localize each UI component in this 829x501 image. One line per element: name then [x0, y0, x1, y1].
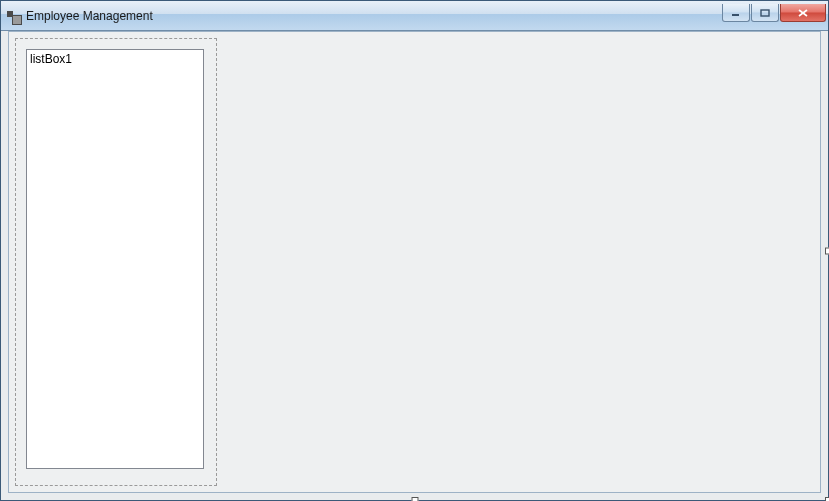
resize-handle-bottom-right[interactable] — [825, 497, 829, 501]
svg-rect-1 — [761, 10, 769, 16]
maximize-button[interactable] — [751, 4, 779, 22]
left-panel[interactable]: listBox1 — [15, 38, 217, 486]
employee-listbox[interactable]: listBox1 — [26, 49, 204, 469]
minimize-icon — [731, 9, 741, 17]
close-icon — [797, 9, 809, 17]
form-client-area: listBox1 — [8, 31, 821, 493]
list-item[interactable]: listBox1 — [30, 52, 200, 66]
window-titlebar: Employee Management — [1, 1, 828, 31]
form-design-surface[interactable]: Employee Management lis — [0, 0, 829, 501]
maximize-icon — [760, 9, 770, 17]
close-button[interactable] — [780, 4, 826, 22]
resize-handle-right[interactable] — [825, 247, 829, 254]
resize-handle-bottom[interactable] — [411, 497, 418, 501]
minimize-button[interactable] — [722, 4, 750, 22]
svg-rect-0 — [732, 14, 739, 16]
window-title: Employee Management — [26, 9, 722, 23]
window-control-buttons — [722, 4, 826, 22]
form-icon — [7, 9, 21, 23]
